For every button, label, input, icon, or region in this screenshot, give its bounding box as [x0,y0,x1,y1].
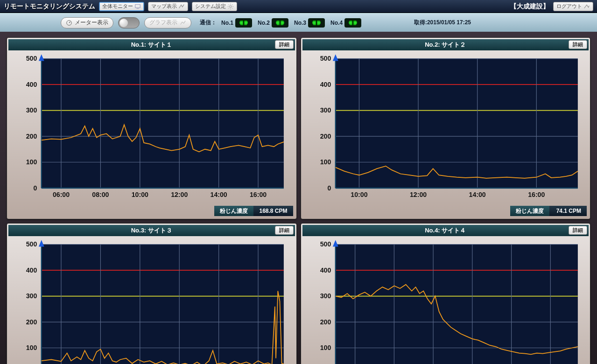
svg-text:0: 0 [33,184,37,192]
svg-text:500: 500 [320,241,331,248]
svg-text:200: 200 [26,318,37,326]
chart-panel-3: No.3: サイト３詳細010020030040050006:0008:0010… [7,223,297,364]
svg-text:10:00: 10:00 [351,191,367,198]
chart-icon [180,20,186,26]
comm-nodes: No.1No.2No.3No.4 [221,18,361,28]
svg-text:500: 500 [26,241,37,248]
svg-text:10:00: 10:00 [132,191,148,198]
panel-title: No.2: サイト２詳細 [302,39,589,50]
gauge-icon [66,20,72,26]
brand-label: 【大成建設】 [510,2,549,11]
svg-text:100: 100 [320,158,331,166]
svg-text:100: 100 [320,344,331,352]
comm-led-icon [272,18,288,28]
chart-area: 010020030040050006:0008:0010:0012:0014:0… [8,50,295,204]
svg-text:400: 400 [26,81,37,88]
svg-text:300: 300 [320,293,331,300]
svg-rect-0 [135,4,140,7]
svg-text:400: 400 [320,81,331,88]
comm-led-icon [344,18,361,28]
panel-title: No.3: サイト３詳細 [8,225,295,236]
svg-text:300: 300 [26,106,37,114]
metric-label: 粉じん濃度 [214,206,253,216]
chart-grid: No.1: サイト１詳細010020030040050006:0008:0010… [0,32,597,364]
map-icon [178,3,185,10]
acquisition-time: 取得:2015/01/05 17:25 [414,19,471,27]
gear-icon [227,3,234,10]
map-view-button[interactable]: マップ表示 [148,2,188,11]
sub-bar: メーター表示 グラフ表示 通信： No.1No.2No.3No.4 取得:201… [0,13,597,32]
svg-marker-56 [332,54,338,61]
comm-led-icon [308,18,325,28]
svg-text:100: 100 [26,158,37,166]
svg-text:16:00: 16:00 [528,191,545,198]
app-title: リモートモニタリングシステム [4,2,95,11]
monitor-icon [134,3,141,10]
svg-rect-33 [335,59,577,188]
svg-text:400: 400 [320,266,331,274]
overall-monitor-button[interactable]: 全体モニター [99,2,144,11]
svg-text:16:00: 16:00 [250,191,267,198]
panel-title: No.1: サイト１詳細 [8,39,295,50]
chart-area: 010020030040050006:0008:0010:0012:0014:0… [8,236,295,364]
meter-view-button[interactable]: メーター表示 [61,17,113,28]
svg-rect-57 [42,245,284,364]
chart-panel-1: No.1: サイト１詳細010020030040050006:0008:0010… [7,37,297,219]
svg-text:500: 500 [26,55,37,62]
detail-button[interactable]: 詳細 [569,226,587,235]
svg-text:08:00: 08:00 [92,191,109,198]
svg-text:200: 200 [26,133,37,140]
metric-value: 74.1 CPM [549,206,587,216]
svg-text:200: 200 [320,133,331,140]
top-bar: リモートモニタリングシステム 全体モニター マップ表示 システム設定 【大成建設… [0,0,597,13]
comm-node-2: No.2 [258,18,288,28]
svg-marker-112 [332,240,338,247]
svg-marker-84 [39,240,44,247]
svg-text:300: 300 [320,106,331,114]
chart-panel-4: No.4: サイト４詳細010020030040050006:0008:0010… [301,223,591,364]
system-settings-button[interactable]: システム設定 [192,2,237,11]
detail-button[interactable]: 詳細 [275,226,294,235]
svg-point-2 [230,5,232,7]
comm-node-1: No.1 [221,18,252,28]
svg-marker-32 [39,54,44,61]
detail-button[interactable]: 詳細 [275,40,294,49]
svg-text:14:00: 14:00 [211,191,227,198]
svg-text:100: 100 [26,344,37,352]
svg-text:14:00: 14:00 [469,191,485,198]
svg-text:500: 500 [320,55,331,62]
logout-button[interactable]: ログアウト [553,2,593,11]
svg-text:06:00: 06:00 [53,191,70,198]
svg-text:0: 0 [327,184,331,192]
panel-title: No.4: サイト４詳細 [302,225,589,236]
metric-value: 168.8 CPM [253,206,293,216]
svg-rect-5 [42,59,284,188]
svg-text:200: 200 [320,318,331,326]
metric-label: 粉じん濃度 [510,206,549,216]
comm-label: 通信： [200,19,217,27]
chart-area: 010020030040050010:0012:0014:0016:00 [302,50,589,204]
comm-node-3: No.3 [294,18,325,28]
view-toggle[interactable] [118,17,140,28]
chart-panel-2: No.2: サイト２詳細010020030040050010:0012:0014… [301,37,591,219]
graph-view-button[interactable]: グラフ表示 [144,17,191,28]
svg-line-4 [69,21,70,23]
logout-icon [583,3,590,10]
svg-text:400: 400 [26,266,37,274]
comm-node-4: No.4 [330,18,361,28]
svg-text:12:00: 12:00 [409,191,426,198]
svg-rect-85 [335,245,577,364]
detail-button[interactable]: 詳細 [569,40,587,49]
chart-area: 010020030040050006:0008:0010:0012:0014:0… [302,236,589,364]
svg-text:300: 300 [26,293,37,300]
comm-led-icon [235,18,252,28]
svg-text:12:00: 12:00 [171,191,188,198]
panel-footer: 粉じん濃度168.8 CPM [8,204,295,217]
panel-footer: 粉じん濃度74.1 CPM [302,204,589,217]
